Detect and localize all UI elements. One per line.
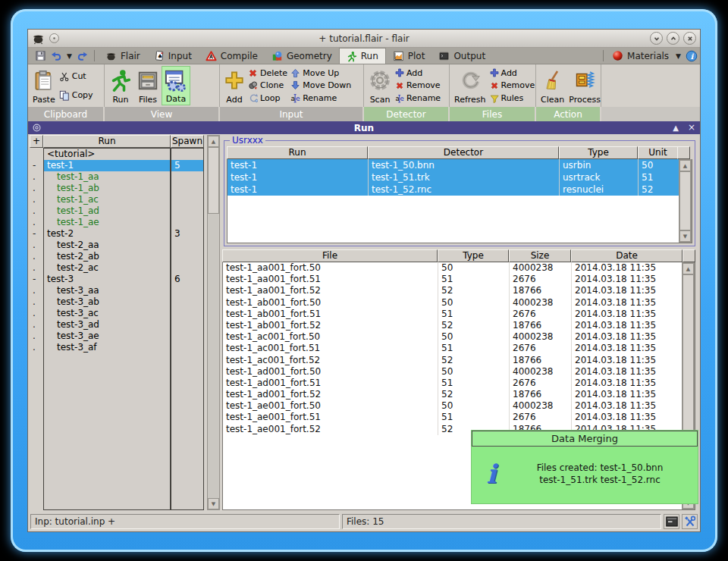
tree-row[interactable]: test-2	[44, 228, 170, 240]
file-row[interactable]: test-1_ac001_fort.51 51 2676 2014.03.18 …	[223, 343, 682, 354]
input-move-down-button[interactable]: Move Down	[290, 80, 351, 92]
files-rules-button[interactable]: Rules	[490, 92, 535, 105]
input-rename-button[interactable]: ae Rename	[290, 92, 351, 105]
scroll-up-arrow[interactable]: ▲	[679, 160, 691, 171]
file-row[interactable]: test-1_ac001_fort.50 50 4000238 2014.03.…	[223, 331, 682, 343]
tree-row-spawn[interactable]: 5	[171, 160, 203, 171]
terminal-button[interactable]	[664, 514, 679, 529]
tree-row-spawn[interactable]	[171, 251, 203, 262]
tab-plot[interactable]: Plot	[386, 48, 432, 64]
detector-remove-button[interactable]: Remove	[395, 80, 441, 92]
redo-button[interactable]	[74, 48, 90, 64]
input-clone-button[interactable]: Clone	[248, 80, 287, 92]
input-add-button[interactable]: Add	[222, 66, 246, 105]
view-data-button[interactable]: Data	[162, 66, 190, 105]
tree-row[interactable]: test-3_ad	[44, 319, 170, 331]
file-row[interactable]: test-1_ab001_fort.52 52 18766 2014.03.18…	[223, 320, 682, 331]
materials-dropdown-arrow[interactable]: ▼	[673, 48, 683, 64]
usrxxx-scrollbar[interactable]: ▲ ▼	[679, 159, 692, 243]
detector-rename-button[interactable]: ae Rename	[395, 92, 441, 105]
tree-row[interactable]: test-1_ac	[44, 194, 170, 205]
tab-compile[interactable]: Compile	[199, 48, 265, 64]
tree-row[interactable]: test-1_ab	[44, 183, 170, 194]
view-files-button[interactable]: Files	[134, 66, 162, 105]
maximize-button[interactable]	[667, 32, 679, 45]
tree-scrollbar[interactable]: ▲ ▼	[207, 135, 220, 510]
undo-dropdown-arrow[interactable]: ▼	[64, 48, 74, 64]
tab-run[interactable]: Run	[339, 48, 386, 64]
file-header-date[interactable]: Date	[571, 249, 682, 262]
cut-button[interactable]: Cut	[59, 71, 93, 83]
file-row[interactable]: test-1_ae001_fort.51 51 2676 2014.03.18 …	[223, 412, 682, 423]
tree-row-spawn[interactable]	[171, 205, 203, 217]
tree-header-spawn[interactable]: Spawn	[171, 135, 204, 148]
scroll-down-arrow[interactable]: ▼	[679, 230, 691, 242]
tree-row[interactable]: test-2_ab	[44, 251, 170, 262]
file-row[interactable]: test-1_aa001_fort.50 50 4000238 2014.03.…	[223, 262, 682, 274]
file-header-file[interactable]: File	[222, 249, 438, 262]
paste-button[interactable]: Paste	[30, 66, 58, 105]
close-button[interactable]	[683, 32, 696, 45]
info-button[interactable]: i	[683, 48, 700, 64]
usrxxx-header-type[interactable]: Type	[559, 146, 638, 159]
action-clean-button[interactable]: Clean	[538, 66, 566, 105]
file-row[interactable]: test-1_ac001_fort.52 52 18766 2014.03.18…	[223, 355, 682, 366]
tree-row-spawn[interactable]	[171, 285, 203, 296]
tree-row[interactable]: test-3_af	[44, 342, 170, 353]
tree-row-spawn[interactable]	[171, 183, 203, 194]
file-header-type[interactable]: Type	[438, 249, 509, 262]
files-remove-button[interactable]: Remove	[490, 80, 535, 92]
input-delete-button[interactable]: Delete	[248, 67, 287, 79]
tree-row-spawn[interactable]	[171, 331, 203, 342]
tree-row[interactable]: test-2_aa	[44, 240, 170, 251]
usrxxx-header-detector[interactable]: Detector	[368, 146, 559, 159]
view-run-button[interactable]: Run	[107, 66, 134, 105]
window-menu-button[interactable]	[49, 33, 59, 43]
file-row[interactable]: test-1_ae001_fort.50 50 4000238 2014.03.…	[223, 400, 682, 412]
tree-row[interactable]: test-3_ab	[44, 296, 170, 308]
tab-output[interactable]: Output	[431, 48, 492, 64]
minimize-button[interactable]	[650, 32, 663, 45]
file-row[interactable]: test-1_aa001_fort.51 51 2676 2014.03.18 …	[223, 274, 682, 285]
input-loop-button[interactable]: Loop	[248, 92, 287, 105]
tree-row-spawn[interactable]	[171, 171, 203, 183]
titlebar[interactable]: + tutorial.flair - flair	[28, 30, 700, 48]
scroll-down-arrow[interactable]: ▼	[208, 498, 219, 509]
tree-row-spawn[interactable]	[171, 319, 203, 331]
scroll-up-arrow[interactable]: ▲	[682, 263, 694, 274]
tree-row[interactable]: test-3_ac	[44, 308, 170, 319]
file-row[interactable]: test-1_ab001_fort.51 51 2676 2014.03.18 …	[223, 309, 682, 320]
usrxxx-row[interactable]: test-1 test-1_50.bnn usrbin 50	[228, 159, 679, 171]
files-add-button[interactable]: Add	[490, 67, 535, 79]
tab-input[interactable]: ♠ Input	[147, 48, 199, 64]
tree-row[interactable]: test-1_aa	[44, 171, 170, 183]
tree-row[interactable]: test-3	[44, 274, 170, 285]
tree-row-spawn[interactable]	[171, 240, 203, 251]
tab-geometry[interactable]: Geometry	[265, 48, 339, 64]
save-button[interactable]	[33, 48, 49, 64]
file-header-size[interactable]: Size	[509, 249, 571, 262]
scroll-up-arrow[interactable]: ▲	[208, 136, 219, 147]
tree-row[interactable]: <tutorial>	[44, 149, 170, 160]
usrxxx-row[interactable]: test-1 test-1_52.rnc resnuclei 52	[228, 183, 679, 196]
tree-row[interactable]: test-3_ae	[44, 331, 170, 342]
tools-button[interactable]	[682, 514, 698, 529]
usrxxx-header-unit[interactable]: Unit	[638, 146, 677, 159]
scrollbar-thumb[interactable]	[208, 147, 219, 214]
copy-button[interactable]: Copy	[59, 89, 93, 102]
file-row[interactable]: test-1_ab001_fort.50 50 4000238 2014.03.…	[223, 297, 682, 309]
file-row[interactable]: test-1_ad001_fort.50 50 4000238 2014.03.…	[223, 366, 682, 378]
detector-add-button[interactable]: Add	[395, 67, 441, 79]
tree-row-spawn[interactable]	[171, 308, 203, 319]
file-row[interactable]: test-1_ad001_fort.51 51 2676 2014.03.18 …	[223, 378, 682, 389]
detector-scan-button[interactable]: Scan	[366, 66, 394, 105]
tree-row-spawn[interactable]	[171, 262, 203, 274]
input-move-up-button[interactable]: Move Up	[290, 67, 351, 79]
tree-row[interactable]: test-2_ac	[44, 262, 170, 274]
scrollbar-thumb[interactable]	[679, 171, 691, 230]
tab-flair[interactable]: Flair	[99, 48, 147, 64]
tree-row-spawn[interactable]: 3	[171, 228, 203, 240]
tree-row[interactable]: test-1	[44, 160, 170, 171]
tree-row[interactable]: test-3_aa	[44, 285, 170, 296]
materials-button[interactable]: Materials	[607, 48, 673, 64]
